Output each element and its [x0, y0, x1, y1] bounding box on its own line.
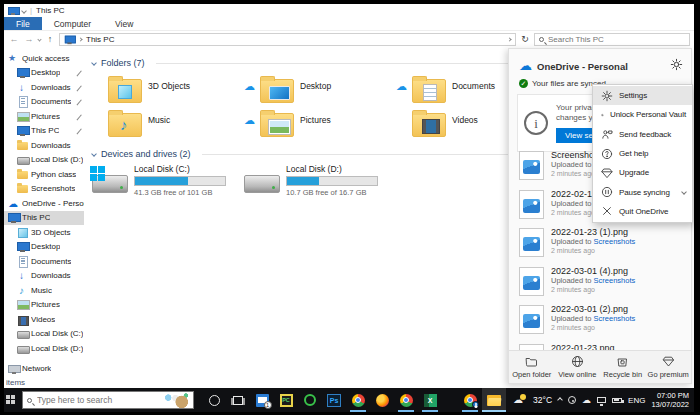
sidebar-item[interactable]: Downloads [4, 80, 84, 95]
cortana-button[interactable] [202, 388, 226, 412]
menu-item-quit-onedrive[interactable]: Quit OneDrive [593, 202, 692, 221]
tab-view[interactable]: View [103, 17, 145, 30]
task-view-button[interactable] [226, 388, 250, 412]
taskbar-search-box[interactable] [22, 391, 194, 409]
language-indicator[interactable]: ENG [628, 396, 645, 405]
pc-app-button[interactable]: PC [274, 388, 298, 412]
screenshots-folder-link[interactable]: Screenshots [594, 276, 636, 285]
onedrive-file-item[interactable]: 2022-03-01 (4).png Uploaded to Screensho… [509, 265, 691, 304]
tab-computer[interactable]: Computer [42, 17, 103, 30]
onedrive-settings-gear-icon[interactable] [670, 57, 683, 75]
refresh-icon[interactable]: ↻ [519, 34, 531, 44]
address-dropdown-chevron-icon[interactable] [507, 37, 511, 41]
menu-item-get-help[interactable]: Get help [593, 144, 692, 163]
screenshots-folder-link[interactable]: Screenshots [594, 314, 636, 323]
menu-item-upgrade[interactable]: Upgrade [593, 163, 692, 182]
sidebar-item[interactable]: Downloads [4, 269, 84, 284]
sidebar-item[interactable]: Desktop [4, 240, 84, 255]
chrome-button[interactable] [346, 388, 370, 412]
sidebar-item[interactable]: Videos [4, 312, 84, 327]
temperature[interactable]: 32°C [533, 395, 552, 405]
view-online-button[interactable]: View online [555, 351, 601, 383]
chrome-2-button[interactable] [394, 388, 418, 412]
drive-tile[interactable]: Local Disk (C:) 41.3 GB free of 101 GB [92, 164, 244, 197]
sidebar-item[interactable]: Documents [4, 254, 84, 269]
sidebar-item[interactable]: Pictures [4, 298, 84, 313]
back-button[interactable]: ← [8, 34, 20, 44]
menu-item-send-feedback[interactable]: Send feedback [593, 125, 692, 144]
excel-button[interactable]: X [418, 388, 442, 412]
photoshop-button[interactable]: Ps [322, 388, 346, 412]
sidebar-item[interactable]: Local Disk (D:) [4, 153, 84, 168]
doc-icon [17, 96, 28, 107]
drive-tile[interactable]: Local Disk (D:) 10.7 GB free of 16.7 GB [244, 164, 396, 197]
sidebar-item[interactable]: Downloads [4, 138, 84, 153]
folder-tile[interactable]: ☁ Pictures [244, 107, 396, 141]
explorer-search-input[interactable] [548, 35, 685, 44]
up-button[interactable]: ↑ [44, 34, 56, 44]
qat-customize-chevron-icon[interactable] [21, 8, 27, 14]
sidebar-item[interactable]: This PC [4, 124, 84, 139]
start-button[interactable] [6, 395, 16, 405]
firefox-button[interactable] [370, 388, 394, 412]
onedrive-tray-icon[interactable]: ☁ [582, 396, 591, 405]
file-time: 2 minutes ago [551, 286, 635, 293]
go-premium-button[interactable]: Go premium [646, 351, 692, 383]
sidebar-item[interactable]: Pictures [4, 109, 84, 124]
cloud-sync-status-icon: ☁ [244, 114, 260, 127]
network-icon[interactable] [597, 397, 606, 403]
sidebar-item[interactable]: Local Disk (C:) [4, 327, 84, 342]
file-explorer-button[interactable] [482, 388, 506, 412]
folder-tile[interactable]: ☁ Desktop [244, 73, 396, 107]
address-field[interactable]: This PC [59, 33, 516, 46]
sidebar-item[interactable]: Documents [4, 95, 84, 110]
pin-icon [74, 69, 82, 77]
collapse-chevron-icon[interactable] [91, 151, 97, 157]
onedrive-file-item[interactable]: 2022-03-01 (2).png Uploaded to Screensho… [509, 303, 691, 342]
folders-section-label: Folders (7) [101, 58, 145, 68]
recycle-bin-button[interactable]: Recycle bin [600, 351, 646, 383]
sidebar-item[interactable]: OneDrive - Personal [4, 196, 84, 211]
weather-icon[interactable] [513, 394, 527, 406]
chrome-icon [352, 394, 365, 407]
screenshots-folder-link[interactable]: Screenshots [594, 237, 636, 246]
sidebar-item[interactable]: 3D Objects [4, 225, 84, 240]
onedrive-file-item[interactable]: 2022-01-23.png Uploaded to Screensho [509, 342, 691, 351]
music-icon [17, 285, 28, 296]
folder-tile[interactable]: ☁ 3D Objects [92, 73, 244, 107]
sidebar-item[interactable]: Local Disk (D:) [4, 341, 84, 356]
profile-avatar-badge [472, 401, 479, 408]
mail-button[interactable]: 1 [250, 388, 274, 412]
sidebar-item[interactable]: Screenshots [4, 182, 84, 197]
collapse-chevron-icon[interactable] [91, 60, 97, 66]
open-folder-button[interactable]: Open folder [509, 351, 555, 383]
sidebar-item[interactable]: Desktop [4, 66, 84, 81]
chrome-profile-button[interactable] [458, 388, 482, 412]
sidebar-item[interactable]: Network [4, 362, 84, 377]
forward-button[interactable]: → [23, 34, 35, 44]
sidebar-item[interactable]: Quick access [4, 51, 84, 66]
sidebar-item[interactable]: Python class [4, 167, 84, 182]
recent-locations-chevron-icon[interactable] [37, 37, 41, 41]
desktop-icon [260, 79, 294, 103]
diamond-icon [601, 167, 613, 179]
search-highlights-graphic[interactable] [163, 392, 189, 408]
battery-icon[interactable] [612, 398, 622, 403]
menu-item-unlock-personal-vault[interactable]: Unlock Personal Vault [593, 105, 692, 124]
clock[interactable]: 07:00 PM 13/07/2022 [651, 391, 689, 409]
address-location: This PC [86, 35, 114, 44]
hidden-icons-chevron-icon[interactable] [557, 397, 563, 403]
menu-item-settings[interactable]: Settings [593, 86, 692, 105]
tab-file[interactable]: File [4, 17, 42, 30]
sidebar-item[interactable]: Music [4, 283, 84, 298]
onedrive-file-item[interactable]: 2022-01-23 (1).png Uploaded to Screensho… [509, 226, 691, 265]
help-icon [601, 148, 613, 160]
ring-app-button[interactable] [298, 388, 322, 412]
drives-section-label: Devices and drives (2) [101, 149, 191, 159]
taskbar-search-input[interactable] [37, 395, 158, 405]
sidebar-item[interactable]: This PC [4, 211, 84, 226]
folder-tile[interactable]: ☁ Music [92, 107, 244, 141]
explorer-search-box[interactable] [534, 33, 690, 46]
menu-item-pause-syncing[interactable]: Pause syncing [593, 182, 692, 201]
tray-app-icon[interactable] [568, 396, 576, 404]
